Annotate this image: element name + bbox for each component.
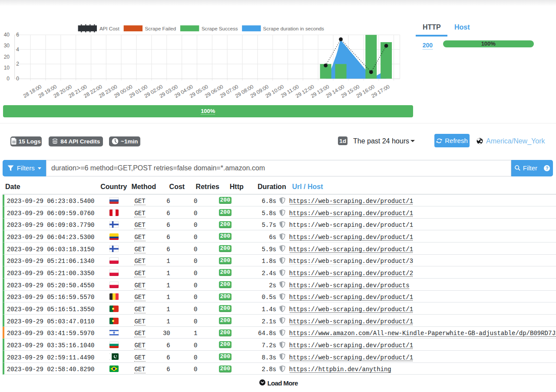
- svg-text:6: 6: [16, 32, 19, 38]
- svg-text:10: 10: [4, 65, 10, 71]
- svg-text:40: 40: [4, 32, 10, 38]
- svg-text:Scrape Failed: Scrape Failed: [145, 26, 176, 31]
- svg-text:0: 0: [7, 76, 10, 82]
- svg-text:30: 30: [4, 43, 10, 49]
- svg-text:0: 0: [16, 76, 19, 82]
- svg-text:Scrape Success: Scrape Success: [202, 26, 238, 31]
- svg-text:Scrape duration in seconds: Scrape duration in seconds: [263, 26, 324, 31]
- svg-text:4: 4: [16, 47, 19, 53]
- svg-text:2: 2: [16, 61, 19, 67]
- svg-text:API Cost: API Cost: [99, 26, 120, 31]
- svg-text:20: 20: [4, 54, 10, 60]
